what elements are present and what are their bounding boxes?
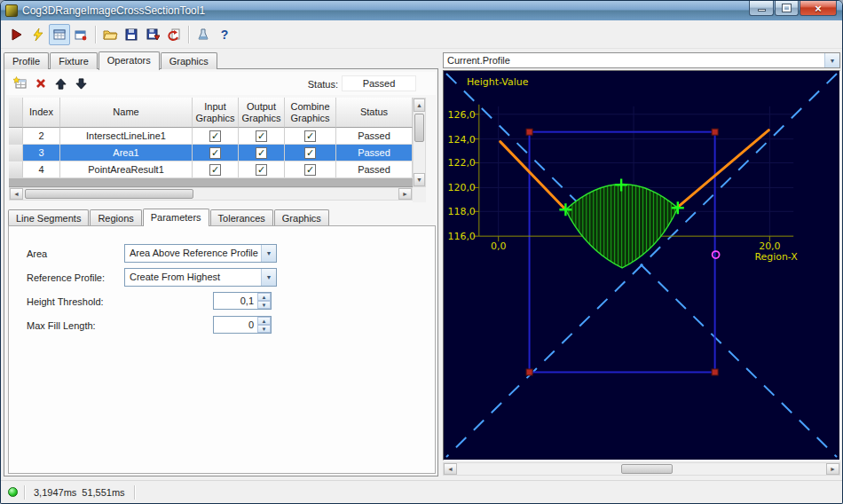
cell-status: Passed — [336, 161, 413, 177]
profile-source-value: Current.Profile — [444, 53, 824, 67]
input-graphics-checkbox[interactable] — [193, 145, 239, 161]
output-graphics-checkbox[interactable] — [239, 145, 285, 161]
save-results-icon — [146, 28, 160, 42]
x-tick: 0,0 — [491, 240, 506, 252]
subtab-line-segments[interactable]: Line Segments — [8, 209, 89, 225]
tab-profile[interactable]: Profile — [4, 52, 49, 69]
subtab-tolerances[interactable]: Tolerances — [210, 209, 273, 225]
header-combine-graphics[interactable]: Combine Graphics — [285, 98, 336, 128]
row-selector[interactable] — [9, 128, 23, 144]
reset-arrow-icon — [167, 28, 181, 42]
close-button[interactable]: × — [800, 1, 837, 16]
run-status-led-icon — [8, 487, 18, 497]
input-graphics-checkbox[interactable] — [193, 161, 239, 177]
area-select[interactable]: Area Above Reference Profile ▼ — [124, 244, 277, 263]
add-operator-button[interactable] — [10, 74, 30, 93]
row-selector[interactable] — [9, 145, 23, 161]
table-row[interactable]: 2IntersectLineLine1Passed — [9, 128, 426, 145]
minimize-button[interactable] — [749, 1, 774, 16]
y-axis-title: Height-Value — [467, 76, 529, 88]
chevron-down-icon[interactable]: ▼ — [824, 53, 839, 67]
header-index[interactable]: Index — [23, 98, 60, 128]
scroll-left-arrow[interactable]: ◄ — [444, 463, 457, 475]
table-vertical-scrollbar[interactable]: ▲ ▼ — [413, 98, 426, 187]
float-window-button[interactable] — [70, 24, 91, 45]
statusbar-separator — [24, 485, 25, 500]
scroll-up-arrow[interactable]: ▲ — [414, 98, 425, 112]
toolbar-separator — [95, 26, 96, 43]
maximize-icon — [783, 4, 791, 12]
spin-up-icon[interactable]: ▲ — [257, 317, 271, 325]
profile-graph[interactable]: Height-Value Region-X 126,0 124,0 122,0 … — [444, 71, 839, 460]
open-folder-icon — [103, 28, 118, 42]
spin-down-icon[interactable]: ▼ — [257, 301, 271, 309]
scroll-right-arrow[interactable]: ► — [398, 188, 412, 200]
table-horizontal-scrollbar[interactable]: ◄ ► — [9, 187, 413, 201]
tab-graphics[interactable]: Graphics — [161, 52, 217, 69]
total-time: 51,551ms — [79, 487, 127, 498]
result-grid-toggle[interactable] — [49, 24, 70, 45]
reset-button[interactable] — [163, 24, 185, 45]
save-results-button[interactable] — [142, 24, 163, 45]
cell-name: Area1 — [60, 145, 193, 161]
move-up-button[interactable] — [51, 74, 71, 93]
max-fill-length-value[interactable]: 0 — [214, 317, 257, 333]
header-name[interactable]: Name — [60, 98, 193, 128]
save-floppy-icon — [124, 28, 138, 42]
operators-tab-page: Status: Passed Index Name Input Graphics… — [4, 68, 438, 476]
trigger-button[interactable] — [28, 24, 49, 45]
delete-x-icon — [35, 77, 47, 90]
chevron-down-icon[interactable]: ▼ — [261, 269, 276, 286]
header-input-graphics[interactable]: Input Graphics — [193, 98, 239, 128]
table-row[interactable]: 4PointAreaResult1Passed — [9, 161, 426, 178]
profile-source-select[interactable]: Current.Profile ▼ — [443, 52, 840, 68]
scroll-down-arrow[interactable]: ▼ — [414, 173, 425, 186]
output-graphics-checkbox[interactable] — [239, 161, 285, 177]
tools-button[interactable] — [193, 24, 214, 45]
spin-down-icon[interactable]: ▼ — [257, 325, 271, 333]
table-row[interactable]: 3Area1Passed — [9, 145, 426, 161]
checkbox-icon — [256, 130, 267, 142]
combine-graphics-checkbox[interactable] — [285, 145, 336, 161]
combine-graphics-checkbox[interactable] — [285, 128, 336, 144]
arrow-down-icon — [75, 77, 88, 91]
row-selector[interactable] — [9, 161, 23, 177]
scroll-right-arrow[interactable]: ► — [826, 463, 839, 475]
tab-fixture[interactable]: Fixture — [50, 52, 98, 69]
scroll-thumb[interactable] — [25, 189, 193, 199]
combine-graphics-checkbox[interactable] — [285, 161, 336, 177]
maximize-button[interactable] — [775, 1, 799, 16]
subtab-parameters[interactable]: Parameters — [143, 209, 209, 226]
header-output-graphics[interactable]: Output Graphics — [239, 98, 285, 128]
checkbox-icon — [256, 164, 267, 176]
run-icon — [10, 28, 24, 42]
title-bar[interactable]: Cog3DRangeImageCrossSectionTool1 × — [1, 1, 842, 20]
height-threshold-stepper[interactable]: 0,1 ▲▼ — [213, 292, 272, 310]
save-button[interactable] — [121, 24, 142, 45]
run-button[interactable] — [6, 24, 28, 45]
open-button[interactable] — [99, 24, 121, 45]
tools-flask-icon — [196, 28, 210, 42]
height-threshold-value[interactable]: 0,1 — [214, 293, 257, 309]
scroll-thumb[interactable] — [414, 114, 424, 142]
spin-up-icon[interactable]: ▲ — [257, 293, 271, 301]
reference-profile-select[interactable]: Create From Highest ▼ — [124, 268, 277, 287]
move-down-button[interactable] — [71, 74, 91, 93]
header-status[interactable]: Status — [336, 98, 413, 128]
help-button[interactable]: ? — [214, 24, 235, 45]
tab-operators[interactable]: Operators — [98, 51, 160, 70]
arrow-up-icon — [54, 77, 67, 91]
scroll-left-arrow[interactable]: ◄ — [10, 188, 23, 200]
max-fill-length-stepper[interactable]: 0 ▲▼ — [213, 316, 272, 334]
graph-horizontal-scrollbar[interactable]: ◄ ► — [443, 462, 840, 476]
operator-table: Index Name Input Graphics Output Graphic… — [9, 98, 426, 187]
result-grid-icon — [52, 28, 67, 42]
subtab-regions[interactable]: Regions — [90, 209, 141, 225]
input-graphics-checkbox[interactable] — [193, 128, 239, 144]
chevron-down-icon[interactable]: ▼ — [261, 245, 276, 262]
checkbox-icon — [304, 164, 316, 176]
scroll-thumb[interactable] — [621, 464, 673, 474]
subtab-graphics[interactable]: Graphics — [274, 209, 329, 225]
delete-operator-button[interactable] — [30, 74, 51, 93]
output-graphics-checkbox[interactable] — [239, 128, 285, 144]
